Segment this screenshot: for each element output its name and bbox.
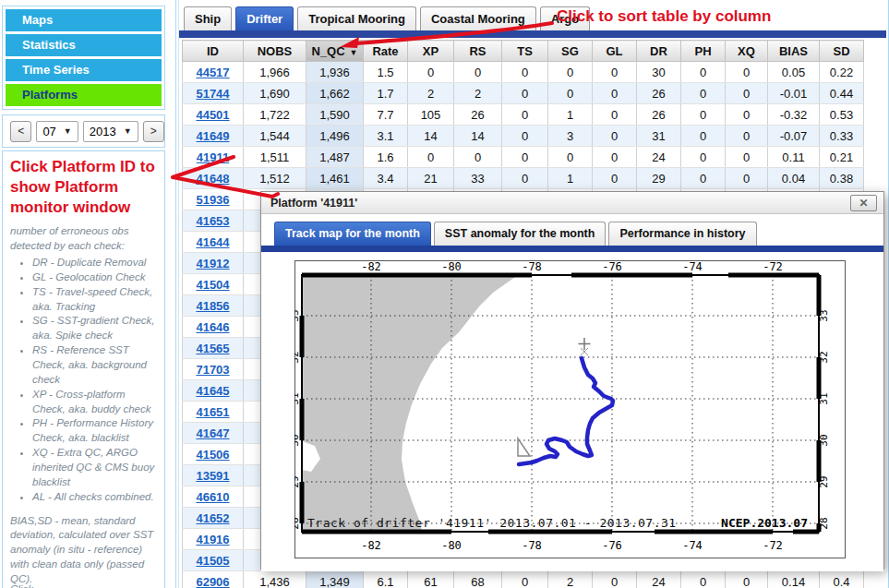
legend-item: GL - Geolocation Check bbox=[32, 270, 157, 285]
platform-id-link[interactable]: 41647 bbox=[196, 426, 229, 440]
window-title: Platform '41911' bbox=[261, 192, 883, 214]
chevron-down-icon: ▼ bbox=[64, 126, 72, 136]
svg-text:28: 28 bbox=[818, 517, 830, 529]
table-cell: 1 bbox=[548, 168, 593, 189]
platform-id-link[interactable]: 51936 bbox=[196, 193, 229, 207]
table-cell: 0 bbox=[502, 104, 548, 126]
sidebar-item-time-series[interactable]: Time Series bbox=[6, 59, 162, 81]
table-cell: 0 bbox=[726, 62, 768, 83]
platform-id-link[interactable]: 41916 bbox=[196, 533, 229, 546]
platform-id-link[interactable]: 41648 bbox=[196, 172, 229, 186]
platform-id-link[interactable]: 41856 bbox=[196, 299, 229, 313]
platform-id-link[interactable]: 13591 bbox=[196, 469, 229, 483]
platform-id-link[interactable]: 41645 bbox=[196, 384, 229, 398]
chevron-down-icon: ▼ bbox=[124, 126, 132, 136]
column-header-dr[interactable]: DR bbox=[637, 41, 681, 62]
platform-id-link[interactable]: 44501 bbox=[196, 108, 229, 122]
tab-performance-history[interactable]: Performance in history bbox=[608, 222, 756, 246]
platform-type-tabs: Ship Drifter Tropical Mooring Coastal Mo… bbox=[184, 6, 590, 31]
map-credit: NCEP.2013.07 bbox=[721, 516, 808, 530]
column-header-xq[interactable]: XQ bbox=[726, 41, 768, 62]
svg-text:-82: -82 bbox=[361, 260, 381, 273]
tab-track-map[interactable]: Track map for the month bbox=[274, 222, 431, 246]
table-cell: 24 bbox=[637, 147, 681, 168]
tab-sst-anomaly[interactable]: SST anomaly for the month bbox=[434, 222, 607, 246]
platform-id-annotation: Click Platform ID to show Platform monit… bbox=[10, 157, 157, 217]
table-cell: 41856 bbox=[183, 295, 244, 317]
sidebar-item-statistics[interactable]: Statistics bbox=[6, 34, 162, 56]
platform-id-link[interactable]: 41651 bbox=[196, 405, 229, 419]
platform-id-link[interactable]: 41652 bbox=[196, 511, 229, 525]
svg-text:32: 32 bbox=[818, 351, 830, 363]
table-cell: 41565 bbox=[183, 338, 244, 359]
table-cell: 41651 bbox=[183, 402, 244, 423]
track-map-plot: -82 -80 -78 -76 -74 -72 -82 -80 -78 -76 … bbox=[294, 260, 846, 562]
platform-monitor-window: Platform '41911' ✕ Track map for the mon… bbox=[260, 191, 884, 570]
prev-month-button[interactable]: < bbox=[10, 121, 31, 142]
column-header-ph[interactable]: PH bbox=[681, 41, 726, 62]
table-cell: 24 bbox=[637, 571, 681, 588]
column-header-bias[interactable]: BIAS bbox=[768, 41, 820, 62]
platform-id-link[interactable]: 41505 bbox=[196, 554, 229, 568]
platform-id-link[interactable]: 62906 bbox=[196, 575, 229, 588]
column-header-xp[interactable]: XP bbox=[408, 41, 454, 62]
svg-text:31: 31 bbox=[818, 392, 830, 404]
table-cell: 1.5 bbox=[364, 62, 408, 83]
platform-id-link[interactable]: 51744 bbox=[196, 87, 229, 101]
svg-text:33: 33 bbox=[818, 309, 830, 321]
svg-text:-80: -80 bbox=[441, 260, 462, 273]
platform-id-link[interactable]: 41644 bbox=[196, 235, 229, 249]
tab-tropical-mooring[interactable]: Tropical Mooring bbox=[297, 6, 416, 31]
column-header-nqc[interactable]: N_QC▼ bbox=[306, 41, 364, 62]
column-header-rs[interactable]: RS bbox=[454, 41, 502, 62]
column-header-id[interactable]: ID bbox=[183, 41, 244, 62]
tab-drifter[interactable]: Drifter bbox=[235, 6, 294, 31]
table-cell: 41645 bbox=[183, 380, 244, 402]
table-cell: 0 bbox=[408, 62, 454, 83]
table-row: 416491,5441,4963.114140303100-0.070.33 bbox=[183, 126, 864, 147]
table-cell: 1,662 bbox=[306, 83, 364, 104]
table-cell: 0 bbox=[593, 104, 637, 126]
table-cell: 41649 bbox=[183, 126, 244, 147]
column-header-sg[interactable]: SG bbox=[548, 41, 593, 62]
table-cell: 0.53 bbox=[820, 104, 864, 126]
table-cell: 1,436 bbox=[244, 571, 306, 588]
platform-id-link[interactable]: 41504 bbox=[196, 278, 229, 292]
platform-id-link[interactable]: 41565 bbox=[196, 342, 229, 355]
table-cell: 51936 bbox=[183, 189, 244, 210]
table-cell: 0 bbox=[726, 126, 768, 147]
close-icon[interactable]: ✕ bbox=[850, 195, 877, 211]
month-select[interactable]: 07 ▼ bbox=[36, 121, 78, 142]
platform-id-link[interactable]: 46610 bbox=[196, 490, 229, 504]
platform-id-link[interactable]: 44517 bbox=[196, 66, 229, 79]
year-select[interactable]: 2013 ▼ bbox=[83, 121, 138, 142]
tab-coastal-mooring[interactable]: Coastal Mooring bbox=[420, 6, 536, 31]
next-month-button[interactable]: > bbox=[143, 121, 164, 142]
platform-id-link[interactable]: 41649 bbox=[196, 129, 229, 143]
table-cell: 1,349 bbox=[306, 571, 364, 588]
column-header-rate[interactable]: Rate bbox=[364, 41, 408, 62]
table-cell: 1,544 bbox=[244, 126, 306, 147]
tab-ship[interactable]: Ship bbox=[184, 6, 232, 31]
platform-id-link[interactable]: 41912 bbox=[196, 257, 229, 270]
table-cell: 14 bbox=[408, 126, 454, 147]
platform-id-link[interactable]: 41653 bbox=[196, 214, 229, 228]
table-cell: 68 bbox=[454, 571, 502, 588]
column-header-gl[interactable]: GL bbox=[593, 41, 637, 62]
svg-text:-72: -72 bbox=[763, 539, 783, 552]
platform-id-link[interactable]: 41911 bbox=[197, 150, 229, 164]
column-header-sd[interactable]: SD bbox=[820, 41, 864, 62]
platform-id-link[interactable]: 71703 bbox=[196, 363, 229, 377]
table-cell: 0 bbox=[726, 104, 768, 126]
column-header-ts[interactable]: TS bbox=[502, 41, 548, 62]
sidebar-item-platforms[interactable]: Platforms bbox=[6, 84, 162, 106]
month-value: 07 bbox=[42, 125, 55, 138]
platform-id-link[interactable]: 41646 bbox=[196, 320, 229, 334]
platform-id-link[interactable]: 41506 bbox=[196, 448, 229, 462]
table-cell: 41644 bbox=[183, 232, 244, 253]
svg-text:30: 30 bbox=[294, 434, 301, 446]
column-header-nobs[interactable]: NOBS bbox=[244, 41, 306, 62]
table-cell: 0.04 bbox=[768, 168, 820, 189]
sidebar-item-maps[interactable]: Maps bbox=[6, 9, 162, 31]
legend-item: AL - All checks combined. bbox=[32, 490, 157, 505]
